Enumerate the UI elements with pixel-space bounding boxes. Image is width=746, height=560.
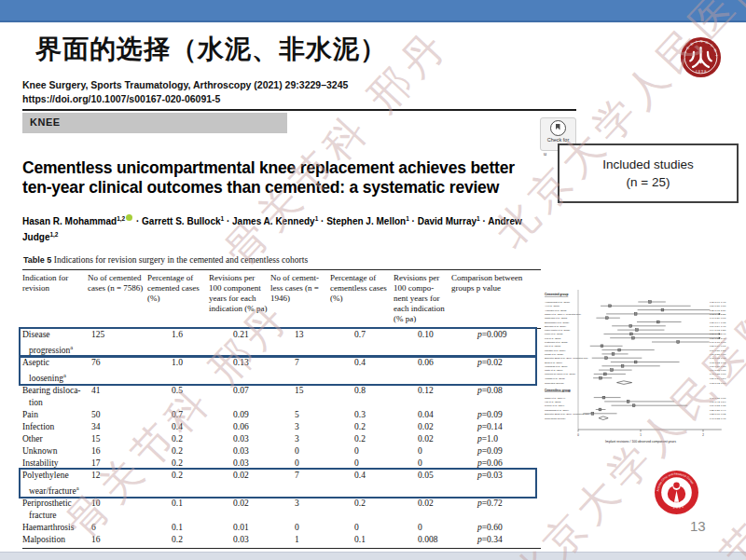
journal-line: Knee Surgery, Sports Traumatology, Arthr… [22, 78, 348, 92]
forest-study-value: 0.89 (0.53, 1.75) [710, 404, 726, 407]
included-studies-line2: (n = 25) [627, 173, 670, 191]
forest-study-value: 0.84 (0.54, 1.40) [710, 325, 726, 328]
forest-study-value: 0.43 (0.25, 0.76) [710, 373, 726, 376]
forest-study-value: 0.41 (0.25, 0.68) [710, 397, 726, 400]
forest-study-label: Campi et al. (2019 II, cemented arm) [545, 313, 581, 316]
table-header-row: Indication for revisionNo of cemented ca… [22, 270, 541, 329]
forest-study-label: Schlueter-Brust et al. (2014, cemented a… [545, 357, 588, 360]
table-row: Haemarthrosis60.10.01000p=0.60 [22, 522, 541, 534]
page-number: 13 [690, 518, 706, 534]
forest-study-label: Foran et al. (2013) [545, 333, 563, 335]
forest-study-label: Kristensen et al. (2013) [545, 341, 568, 344]
slide-top-accent-bar [0, 0, 746, 22]
table-row: Asepticlooseninga761.00.1370.40.06p=0.02 [22, 357, 541, 385]
forest-study-value: 0.51 (0.36, 1.80) [710, 305, 726, 307]
table-row: Other150.20.0330.20.02p=1.0 [22, 433, 541, 445]
forest-study-value: 0.80 (0.42, 1.54) [710, 401, 726, 403]
forest-study-label: Yoshida et al. (2013) [545, 377, 565, 380]
table-row: Malposition160.20.0310.10.008p=0.34 [22, 534, 541, 549]
forest-study-label: Pandit et al. (2015) [545, 353, 563, 356]
forest-study-label: Ali et al. (2015) [545, 305, 560, 307]
forest-axis-label: Implant revisions / 100 observed compone… [605, 440, 676, 444]
table-column-header: Percentage of cemented cases (%) [147, 270, 209, 329]
table-row: Pain500.70.0950.30.04p=0.09 [22, 409, 541, 421]
table-column-header: No of cemented cases (n = 7586) [88, 270, 147, 329]
forest-study-label: Alnachoukati et al. (2018) [545, 301, 570, 304]
forest-study-value: 0.45 (0.22, 1.02) [710, 357, 726, 360]
section-label: KNEE [30, 116, 61, 128]
forest-study-label: Hall et al. (2013) [545, 401, 561, 403]
table-row: Bearing disloca-tion410.50.07150.80.12p=… [22, 385, 541, 409]
forest-study-label: Edmondson et al. (2015) [545, 321, 569, 324]
peking-university-logo-icon: P E K I N G U N I V 1 8 9 8 [680, 36, 722, 78]
included-studies-box: Included studies (n = 25) [558, 143, 739, 203]
table-column-header: Percentage of cementless cases (%) [330, 270, 394, 329]
forest-study-label: Lim et al. (2012) [545, 345, 560, 348]
forest-study-value: 1.60 (1.18, 2.10) [710, 341, 726, 344]
forest-study-value: 0.36 (0.24, 0.54) [710, 377, 726, 380]
check-updates-label-clipped: u [544, 151, 546, 157]
forest-study-label: Mohammad et al. (2019) [545, 409, 569, 412]
table-row: Instability170.20.03000p=0.06 [22, 458, 541, 470]
forest-study-label: Kim et al. (2015) [545, 337, 561, 340]
forest-study-value: 0.88 (0.51, 2.45) [710, 337, 726, 340]
forest-study-label: Emerson et al. (2016) [545, 325, 566, 328]
forest-study-value: 0.56 (0.38, 0.80) [710, 353, 726, 356]
forest-study-value: 0.71 (0.38, 1.31) [710, 365, 726, 368]
forest-plot: Cemented groupAlnachoukati et al. (2018)… [544, 282, 744, 455]
forest-study-value: 0.92 (0.45, 2.35) [710, 313, 726, 316]
table-column-header: Comparison between groups p value [451, 270, 541, 329]
forest-study-value: 0.23 (0.08, 0.62) [710, 413, 726, 416]
slide-title: 界面的选择（水泥、非水泥） [35, 32, 387, 67]
doi-line: https://doi.org/10.1007/s00167-020-06091… [22, 92, 348, 106]
forest-study-label: Faour-Martín et al. (2013) [545, 329, 570, 332]
presentation-slide: 界面的选择（水泥、非水泥） Knee Surgery, Sports Traum… [0, 0, 746, 560]
forest-study-label: Argenson et al. (2013) [545, 309, 567, 312]
forest-group-heading: Cementless group [545, 389, 571, 392]
header-rule [22, 109, 576, 111]
forest-study-value: 0.85 (0.41, 2.40) [710, 333, 726, 335]
forest-study-value: 1.35 (0.95, 2.11) [710, 309, 726, 312]
table-column-header: Indication for revision [22, 270, 88, 329]
forest-study-value: 0.38 (0.19, 0.71) [710, 345, 726, 348]
forest-study-label: Schlueter-Brust et al. (2014, cementless… [545, 413, 589, 416]
forest-study-label: Chatellard et al. (2013) [545, 317, 568, 320]
table-column-header: Revisions per 100 component years for ea… [209, 270, 270, 329]
forest-study-label: Song et al. (2016) [545, 362, 562, 364]
pku-year: 1 8 9 8 [696, 69, 707, 74]
table5-indications: Indication for revisionNo of cemented ca… [22, 269, 541, 549]
forest-overall-label: Cementless (Overall) [545, 417, 566, 420]
forest-study-label: Winnock de Grave et al. (2018) [545, 373, 575, 376]
forest-study-label: White et al. (2016) [545, 369, 563, 372]
forest-study-label: Lisowski et al. (2016) [545, 349, 566, 352]
section-banner: KNEE [22, 113, 287, 133]
arthritis-clinic-research-center-logo-icon: Arthritis Clinic and Research Center ·19… [654, 470, 699, 515]
forest-overall-value: 0.73 (0.62, 0.86) [710, 382, 726, 385]
forest-study-value: 0.35 (0.28, 0.44) [710, 409, 726, 412]
forest-study-value: 0.54 (0.33, 0.86) [710, 369, 726, 372]
forest-study-label: Lecuire et al. (2014) [545, 404, 564, 407]
forest-study-value: 0.66 (0.38, 1.22) [710, 349, 726, 352]
author-list: Hasan R. Mohammad1,2 · Garrett S. Bulloc… [22, 212, 549, 245]
journal-citation: Knee Surgery, Sports Traumatology, Arthr… [22, 78, 348, 106]
bookmark-icon [550, 120, 566, 136]
table-row: Polyethylenewear/fracturea120.20.0270.40… [22, 470, 541, 498]
check-updates-label: Check for [541, 137, 575, 143]
slide-bottom-bar [0, 552, 746, 560]
paper-title: Cementless unicompartmental knee replace… [22, 158, 549, 198]
table-column-header: Revisions per 100 compo- nent years for … [394, 270, 451, 329]
forest-study-value: 1.15 (0.96, 1.40) [710, 301, 726, 304]
forest-overall-label: Cemented (Overall) [545, 382, 564, 385]
forest-study-value: 0.94 (0.63, 1.38) [710, 329, 726, 332]
table-caption: Table 5 Indications for revision surgery… [23, 255, 308, 265]
forest-study-value: 0.92 (0.52, 1.62) [710, 362, 726, 364]
forest-group-heading: Cemented group [545, 293, 568, 296]
table-row: Unknown160.20.03000p=0.09 [22, 445, 541, 458]
forest-axis-tick: 1 [640, 433, 642, 437]
forest-study-label: Campi et al. (2019 II) [545, 397, 566, 400]
forest-study-value: 0.46 (0.29, 0.67) [710, 317, 726, 320]
table-row: Periprostheticfracture100.10.0230.20.02p… [22, 498, 541, 522]
forest-overall-value: 0.40 (0.33, 0.48) [710, 417, 726, 420]
included-studies-line1: Included studies [602, 156, 694, 173]
orcid-icon [126, 214, 132, 221]
